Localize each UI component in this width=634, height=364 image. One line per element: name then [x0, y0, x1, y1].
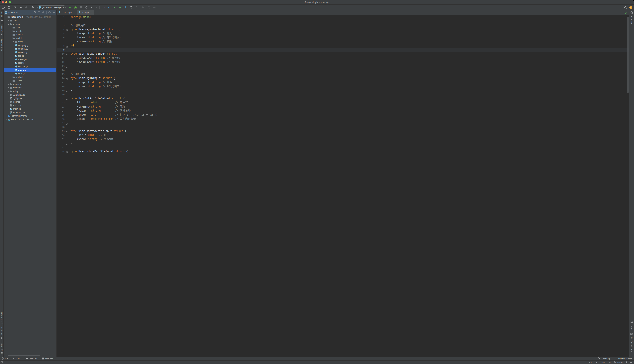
chevron-expanded-icon[interactable] [5, 16, 7, 18]
code-line-1[interactable]: 1package model [56, 15, 317, 19]
tree-item-internal[interactable]: internal [4, 22, 56, 26]
profiler-icon[interactable] [85, 6, 88, 9]
tree-item-manifest[interactable]: manifest [4, 82, 56, 86]
fold-marker-icon[interactable] [66, 65, 68, 67]
code-line-28[interactable]: 28 [56, 125, 317, 129]
code-line-30[interactable]: 30 UserId uint // 用户ID [56, 133, 317, 137]
tree-item-session.go[interactable]: session.go [4, 65, 56, 68]
debug-icon[interactable] [74, 6, 77, 9]
chevron-collapsed-icon[interactable] [7, 87, 10, 88]
chevron-collapsed-icon[interactable] [7, 90, 10, 92]
chevron-collapsed-icon[interactable] [10, 34, 12, 36]
fold-marker-icon[interactable] [66, 53, 68, 55]
tree-item-.gitattributes[interactable]: .gitattributes [4, 93, 56, 96]
tree-item-focus-single[interactable]: focus-single~/Workspace/Go/GOPATH/s [4, 15, 56, 19]
git-update-icon[interactable] [107, 6, 110, 9]
code-line-18[interactable]: 18 Password string // 密码(明文) [56, 84, 317, 88]
open-icon[interactable] [2, 6, 5, 9]
tree-item-scratches-and-consoles[interactable]: Scratches and Consoles [4, 118, 56, 121]
fold-marker-icon[interactable] [66, 122, 68, 124]
tree-item-menu.go[interactable]: menu.go [4, 58, 56, 61]
chevron-collapsed-icon[interactable] [12, 41, 15, 43]
tree-item-context.go[interactable]: context.go [4, 50, 56, 54]
code-line-24[interactable]: 24 Avatar string // 头像地址 [56, 109, 317, 113]
chevron-collapsed-icon[interactable] [10, 80, 12, 82]
chevron-down-icon[interactable]: ▼ [16, 12, 18, 14]
sync-icon[interactable] [13, 6, 16, 9]
tool-window-button-commit[interactable]: Commit [0, 24, 3, 38]
run-with-coverage-icon[interactable] [80, 6, 82, 9]
local-history-icon[interactable] [130, 6, 133, 9]
code-line-6[interactable]: 6 Password string // 密码(明文) [56, 36, 317, 40]
fold-marker-icon[interactable] [66, 142, 68, 144]
git-merge-icon[interactable] [124, 6, 127, 9]
tool-window-button-pull-requests[interactable]: Pull Requests [0, 38, 3, 57]
fold-marker-icon[interactable] [66, 130, 68, 132]
tree-item-content.go[interactable]: content.go [4, 47, 56, 50]
tree-item-handler[interactable]: handler [4, 33, 56, 36]
code-line-34[interactable]: 34type UserUpdateProfileInput struct { [56, 150, 317, 154]
code-line-9[interactable]: 9 [56, 48, 317, 52]
code-line-16[interactable]: 16type UserLoginInput struct { [56, 76, 317, 80]
code-line-12[interactable]: 12 NewPassword string // 新密码 [56, 60, 317, 64]
chevron-collapsed-icon[interactable] [10, 30, 12, 32]
fold-marker-icon[interactable] [66, 45, 68, 47]
chevron-collapsed-icon[interactable] [7, 20, 10, 22]
code-line-32[interactable]: 32} [56, 141, 317, 146]
run-configuration-select[interactable]: go build focus-single ▼ [37, 6, 66, 9]
expand-all-icon[interactable] [38, 11, 40, 14]
chevron-collapsed-icon[interactable] [5, 119, 7, 120]
tree-item-main.go[interactable]: main.go [4, 107, 56, 111]
fold-marker-icon[interactable] [66, 77, 68, 79]
code-editor[interactable]: 1package model23// 创建用户4type UserRegiste… [56, 15, 317, 182]
fold-marker-icon[interactable] [66, 98, 68, 100]
tree-item-go.mod[interactable]: go.mod [4, 100, 56, 104]
tree-item-packed[interactable]: packed [4, 75, 56, 79]
project-tool-window-header[interactable]: Project ▼ [4, 10, 56, 15]
tree-item-utility[interactable]: utility [4, 90, 56, 93]
chevron-down-icon[interactable]: ▼ [91, 6, 92, 8]
locate-file-icon[interactable] [34, 11, 36, 14]
code-line-22[interactable]: 22 Id uint // 用户ID [56, 101, 317, 105]
tree-item-category.go[interactable]: category.go [4, 44, 56, 47]
collapse-all-icon[interactable] [42, 11, 44, 14]
tool-window-button-project[interactable]: Project [0, 10, 3, 24]
code-line-31[interactable]: 31 Avatar string // 头像地址 [56, 137, 317, 141]
code-line-29[interactable]: 29type UserUpdateAvatarInput struct { [56, 129, 317, 133]
tree-item-model[interactable]: model [4, 36, 56, 40]
code-line-25[interactable]: 25 Gender int // 性别 0: 未设置 1: 男 2: 女 [56, 113, 317, 117]
code-line-19[interactable]: 19} [56, 88, 317, 92]
chevron-collapsed-icon[interactable] [5, 115, 7, 117]
intention-bulb-icon[interactable] [72, 44, 74, 47]
code-line-23[interactable]: 23 Nickname string // 昵称 [56, 105, 317, 109]
editor-tab-user.go[interactable]: user.go✕ [76, 10, 94, 15]
tree-item-.gitignore[interactable]: .gitignore [4, 96, 56, 100]
code-line-33[interactable]: 33 [56, 146, 317, 150]
tree-item-reply.go[interactable]: reply.go [4, 61, 56, 65]
chevron-collapsed-icon[interactable] [10, 76, 12, 78]
code-line-15[interactable]: 15// 用户登录 [56, 72, 317, 76]
tree-item-consts[interactable]: consts [4, 29, 56, 33]
fold-marker-icon[interactable] [66, 90, 68, 92]
forward-icon[interactable] [25, 6, 28, 9]
code-line-11[interactable]: 11 OldPassword string // 原密码 [56, 56, 317, 60]
gear-icon[interactable] [48, 11, 51, 14]
git-push-icon[interactable] [118, 6, 121, 9]
code-line-8[interactable]: 8} [56, 44, 317, 48]
chevron-expanded-icon[interactable] [10, 38, 12, 39]
tree-item-license[interactable]: LICENSE [4, 104, 56, 107]
tree-item-file.go[interactable]: file.go [4, 54, 56, 58]
tree-item-view.go[interactable]: view.go [4, 72, 56, 75]
tree-item-service[interactable]: service [4, 79, 56, 82]
tree-item-resource[interactable]: resource [4, 86, 56, 90]
chevron-collapsed-icon[interactable] [7, 84, 10, 85]
chevron-collapsed-icon[interactable] [10, 27, 12, 28]
run-icon[interactable] [68, 6, 71, 9]
code-line-2[interactable]: 2 [56, 19, 317, 23]
code-line-4[interactable]: 4type UserRegisterInput struct { [56, 28, 317, 32]
hide-panel-icon[interactable] [52, 11, 55, 14]
code-with-me-icon[interactable] [31, 6, 34, 9]
code-line-14[interactable]: 14 [56, 68, 317, 72]
code-line-5[interactable]: 5 Passport string // 账号 [56, 32, 317, 36]
close-icon[interactable]: ✕ [73, 11, 75, 14]
